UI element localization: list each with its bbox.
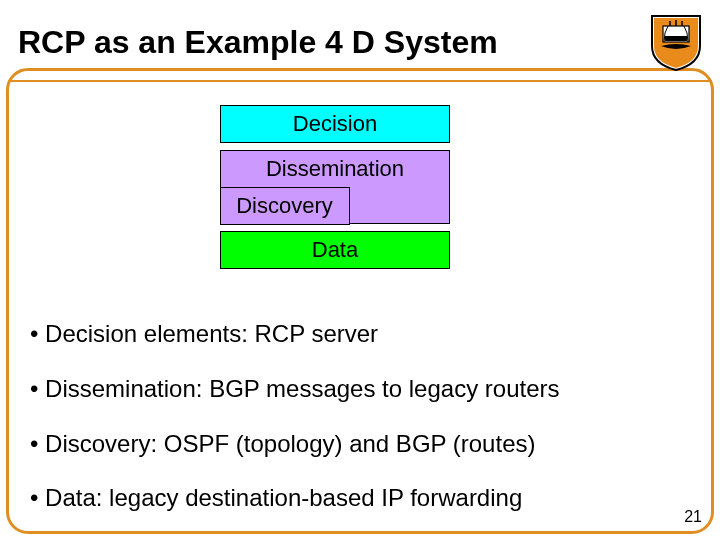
bullet-item: • Dissemination: BGP messages to legacy … (30, 375, 690, 404)
layer-decision: Decision (220, 105, 450, 143)
slide-title: RCP as an Example 4 D System (18, 24, 498, 61)
page-number: 21 (684, 508, 702, 526)
bullet-item: • Discovery: OSPF (topology) and BGP (ro… (30, 430, 690, 459)
layer-data: Data (220, 231, 450, 269)
bullet-item: • Decision elements: RCP server (30, 320, 690, 349)
layer-stack: Decision Dissemination Discovery Data (220, 105, 450, 276)
layer-dissemination-label: Dissemination (266, 156, 404, 181)
layer-discovery: Discovery (220, 187, 350, 225)
title-divider (8, 80, 712, 82)
title-row: RCP as an Example 4 D System (18, 12, 702, 72)
layer-dissemination: Dissemination Discovery (220, 150, 450, 224)
bullet-item: • Data: legacy destination-based IP forw… (30, 484, 690, 513)
princeton-shield-icon (650, 12, 702, 72)
bullet-list: • Decision elements: RCP server • Dissem… (30, 320, 690, 539)
svg-rect-1 (665, 36, 687, 41)
